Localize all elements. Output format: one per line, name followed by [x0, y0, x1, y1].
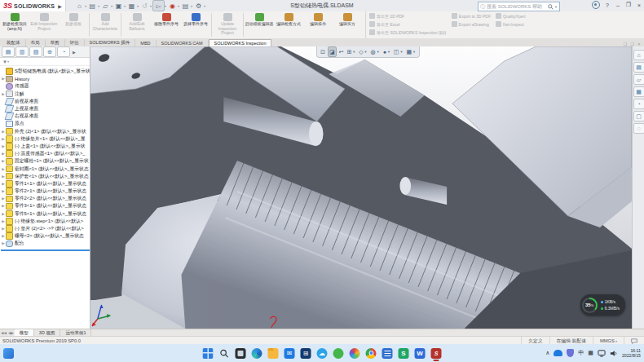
tree-item[interactable]: ▶(-) 绝缘垫.step<1> (默认<<默认>	[1, 218, 90, 225]
restore-button[interactable]: ❐	[625, 2, 632, 8]
ribbon-button-8[interactable]: 启动模板编辑器	[245, 11, 274, 38]
tree-item[interactable]: 原点	[1, 120, 90, 127]
tree-item[interactable]: ▶螺母<2> (默认<<默认>_显示状态	[1, 232, 90, 240]
print-icon-caret[interactable]: ▾	[137, 4, 139, 8]
tree-item[interactable]: ▶零件1<1> (默认<<默认>_显示状态	[1, 180, 90, 188]
print-icon[interactable]: ▦	[126, 1, 137, 11]
tree-item[interactable]: ▶(-) 上盖<1> (默认<<默认>_显示状	[1, 143, 90, 150]
command-tab-MBD[interactable]: MBD	[135, 40, 156, 46]
tree-item[interactable]: ▶密封圈<1> (默认<<默认>_显示状态	[1, 165, 90, 172]
home-icon-caret[interactable]: ▾	[85, 4, 86, 8]
language-indicator[interactable]: 中	[578, 349, 584, 357]
tab-nav-prev-icon[interactable]: ◀▶	[7, 331, 15, 335]
tree-item[interactable]: ▶History	[1, 75, 90, 82]
w-app-icon[interactable]: W	[415, 348, 426, 359]
view-settings-icon-caret[interactable]: ▼	[412, 50, 416, 54]
search-icon[interactable]	[548, 4, 554, 10]
help-button[interactable]: ?	[604, 2, 611, 8]
file-explorer-icon[interactable]	[268, 348, 279, 359]
search-caret-icon[interactable]: ▼	[554, 5, 558, 9]
tree-filter-row[interactable]: ▼ ▾	[0, 58, 90, 66]
tree-item[interactable]: ▶(-) 绝缘垫片<1> (默认<<默认>_显	[1, 135, 90, 143]
select-icon[interactable]: ▻	[152, 0, 165, 11]
store-icon[interactable]: ⊞	[301, 348, 311, 359]
tree-item[interactable]: ▶零件2<2> (默认<<默认>_显示状态	[1, 195, 90, 202]
help-search-box[interactable]: ⓘ 搜索 SOLIDWORKS 帮助 ▼	[478, 2, 560, 11]
login-user-icon[interactable]	[592, 1, 600, 9]
tree-item[interactable]: ▶配合	[1, 240, 90, 247]
ribbon-button-9[interactable]: 编辑检查方式	[274, 11, 303, 38]
tab-configuration-icon[interactable]: ▧	[29, 46, 42, 57]
rebuild-icon[interactable]: ◉	[167, 1, 178, 11]
options-icon-caret[interactable]: ▾	[204, 4, 205, 8]
home-icon[interactable]: ⌂	[74, 1, 85, 11]
command-tab-SOLIDWORKS 插件[interactable]: SOLIDWORKS 插件	[85, 39, 136, 46]
tree-item[interactable]: 上视基准面	[1, 105, 90, 113]
tree-item[interactable]: 传感器	[1, 82, 90, 90]
ime-icon[interactable]: ▦	[588, 350, 593, 356]
chrome-icon[interactable]	[366, 348, 377, 359]
widgets-icon[interactable]	[3, 348, 14, 359]
zoom-fit-icon[interactable]: ⊡	[320, 47, 326, 56]
onedrive-app-icon[interactable]: ☁	[317, 348, 328, 359]
taskbar-clock[interactable]: 16:11 2022/8/15	[622, 348, 641, 358]
start-button[interactable]	[203, 348, 214, 359]
close-button[interactable]: ×	[636, 2, 642, 8]
tree-item[interactable]: 前视基准面	[1, 98, 90, 105]
command-tab-草图[interactable]: 草图	[46, 39, 65, 46]
forum-icon[interactable]: ◌	[633, 123, 644, 134]
reader-app-icon[interactable]	[382, 348, 393, 359]
custom-properties-icon[interactable]: ▢	[633, 111, 644, 121]
task-view-icon[interactable]	[236, 348, 246, 359]
file-properties-icon[interactable]: ▤	[180, 1, 191, 11]
file-explorer-icon[interactable]: ▱	[633, 74, 644, 85]
apply-scene-icon-caret[interactable]: ▼	[399, 50, 403, 54]
tree-item[interactable]: ▶零件3<1> (默认<<默认>_显示状态	[1, 202, 90, 210]
new-document-icon[interactable]: ▤	[87, 1, 98, 11]
security-shield-icon[interactable]	[567, 349, 574, 357]
apply-scene-icon[interactable]: ◫▼	[393, 47, 404, 56]
previous-view-icon[interactable]: ↩	[338, 47, 345, 56]
save-icon[interactable]: ▣	[113, 1, 124, 11]
command-tab-装配体[interactable]: 装配体	[2, 39, 26, 46]
command-tab-SOLIDWORKS CAM[interactable]: SOLIDWORKS CAM	[157, 40, 209, 46]
tree-item[interactable]: ▶(-) 垫片 (2)<2> ->? (默认<<默认>	[1, 225, 90, 232]
tree-item[interactable]: ▶固定螺栓<1> (默认<<默认>_显示状	[1, 157, 90, 165]
display-style-icon[interactable]: ◇▼	[358, 47, 368, 56]
ribbon-button-10[interactable]: 编辑操作	[303, 11, 333, 38]
color-wheel-app-icon[interactable]	[350, 348, 360, 359]
select-icon-caret[interactable]: ▾	[165, 4, 166, 8]
tree-item[interactable]: ▶零件2<1> (默认<<默认>_显示状态	[1, 188, 90, 195]
tray-overflow-chevron-icon[interactable]: ∧	[545, 350, 549, 356]
solidworks-app-icon[interactable]: S	[431, 348, 442, 359]
minimize-button[interactable]: –	[615, 2, 621, 8]
network-speed-widget[interactable]: 35% 1KB/s 6.3MB/s	[580, 294, 625, 316]
view-palette-icon[interactable]: ▦	[633, 86, 644, 97]
file-properties-icon-caret[interactable]: ▾	[191, 4, 192, 8]
hide-show-items-icon[interactable]: ◍▼	[370, 47, 381, 56]
resources-home-icon[interactable]: ⌂	[633, 50, 644, 60]
tree-item[interactable]: ▶注解	[1, 90, 90, 98]
tree-item[interactable]: 右视基准面	[1, 113, 90, 120]
edit-appearance-icon-caret[interactable]: ▼	[387, 50, 390, 54]
ribbon-button-6[interactable]: 选择零件序号	[181, 11, 210, 38]
new-document-icon-caret[interactable]: ▾	[98, 4, 99, 8]
tree-splitter[interactable]	[1, 249, 90, 251]
options-icon[interactable]: ⚙	[193, 1, 204, 11]
mail-icon[interactable]: ✉	[285, 348, 295, 359]
tab-nav-first-icon[interactable]: ◀◀	[0, 331, 7, 335]
undo-icon-caret[interactable]: ▾	[150, 4, 152, 8]
view-settings-icon[interactable]: ▦▼	[405, 47, 417, 56]
filter-caret-icon[interactable]: ▾	[7, 60, 9, 64]
tab-display-manager-icon[interactable]: ◔	[57, 46, 70, 57]
tree-item[interactable]: ▶(-) 温度传感器<1> (默认<<默认>_	[1, 150, 90, 157]
ribbon-button-5[interactable]: 移除零件序号	[152, 11, 181, 38]
tab-feature-tree-icon[interactable]: ▤	[2, 46, 15, 57]
onedrive-tray-icon[interactable]	[554, 350, 562, 356]
undo-icon[interactable]: ↺	[139, 1, 150, 11]
search-icon[interactable]	[219, 348, 230, 359]
appearances-icon[interactable]: ◔	[633, 99, 644, 109]
open-icon[interactable]: ▱	[100, 1, 111, 11]
tree-item[interactable]: ▶零件5<1> (默认<<默认>_显示状态	[1, 210, 90, 218]
section-view-icon[interactable]: ◪	[328, 46, 337, 57]
